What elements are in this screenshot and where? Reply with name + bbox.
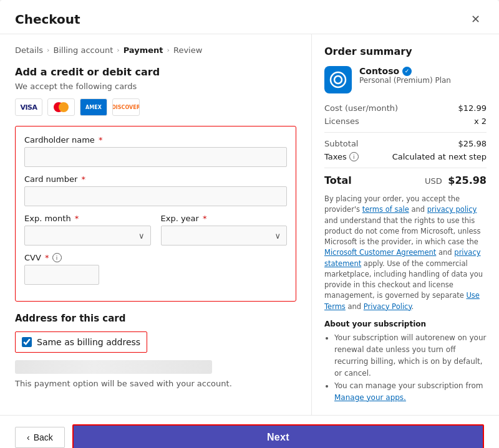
total-amount: USD $25.98 (425, 174, 487, 186)
save-note: This payment option will be saved with y… (15, 379, 296, 396)
total-label: Total (324, 174, 352, 186)
breadcrumb-billing[interactable]: Billing account (53, 45, 113, 55)
licenses-label: Licenses (324, 117, 359, 126)
exp-month-label: Exp. month * (24, 214, 151, 223)
address-blur-preview (15, 360, 212, 374)
total-value: $25.98 (448, 174, 487, 186)
card-number-field: Card number * (24, 174, 287, 206)
subscription-bullet-2: You can manage your subscription from Ma… (334, 380, 487, 404)
back-button[interactable]: ‹ Back (15, 427, 65, 448)
taxes-value: Calculated at next step (392, 152, 487, 161)
taxes-row: Taxes i Calculated at next step (324, 152, 487, 161)
card-icons-row: VISA AMEX DISCOVER (15, 98, 296, 116)
cost-value: $12.99 (458, 103, 487, 113)
subscription-list: Your subscription will autorenew on your… (324, 332, 487, 404)
licenses-value: x 2 (474, 117, 487, 126)
dialog-body: Details › Billing account › Payment › Re… (0, 34, 499, 415)
taxes-info-icon[interactable]: i (349, 152, 359, 161)
product-plan: Personal (Premium) Plan (359, 76, 487, 85)
exp-year-wrap: ∨ (161, 226, 288, 245)
svg-point-1 (334, 76, 342, 83)
cardholder-required: * (99, 135, 103, 145)
product-info: Contoso ✓ Personal (Premium) Plan (359, 66, 487, 85)
divider-1 (324, 132, 487, 133)
same-as-billing-label: Same as billing address (37, 337, 140, 347)
cardholder-field: Cardholder name * (24, 135, 287, 167)
breadcrumb: Details › Billing account › Payment › Re… (15, 45, 296, 55)
divider-2 (324, 168, 487, 168)
mca-link[interactable]: Microsoft Customer Agreement (324, 248, 436, 257)
card-number-required: * (81, 174, 85, 184)
cvv-label: CVV * (24, 253, 49, 262)
licenses-row: Licenses x 2 (324, 117, 487, 126)
product-logo (324, 66, 352, 93)
legal-text: By placing your order, you accept the pr… (324, 194, 487, 312)
breadcrumb-payment[interactable]: Payment (124, 45, 163, 55)
close-button[interactable]: ✕ (467, 11, 484, 27)
cardholder-label: Cardholder name * (24, 135, 287, 145)
breadcrumb-sep-2: › (117, 46, 119, 54)
exp-month-required: * (75, 214, 79, 223)
checkout-dialog: Checkout ✕ Details › Billing account › P… (0, 0, 499, 448)
product-name: Contoso ✓ (359, 66, 487, 76)
same-as-billing-checkbox[interactable] (22, 337, 32, 347)
terms-of-sale-link[interactable]: terms of sale (362, 205, 409, 214)
privacy-policy-link[interactable]: privacy policy (427, 205, 477, 214)
taxes-label: Taxes (324, 152, 347, 161)
left-panel: Details › Billing account › Payment › Re… (0, 34, 312, 415)
exp-row: Exp. month * ∨ Exp. year (24, 214, 287, 253)
cardholder-input[interactable] (24, 147, 287, 167)
dialog-title: Checkout (15, 12, 80, 27)
product-row: Contoso ✓ Personal (Premium) Plan (324, 66, 487, 93)
visa-icon: VISA (15, 98, 42, 116)
exp-year-required: * (203, 214, 207, 223)
privacy-policy-link-2[interactable]: Privacy Policy (364, 302, 412, 311)
exp-year-select[interactable] (161, 226, 288, 245)
cost-row: Cost (user/month) $12.99 (324, 103, 487, 113)
cvv-input[interactable] (24, 265, 99, 285)
cost-label: Cost (user/month) (324, 103, 398, 113)
breadcrumb-sep-3: › (167, 46, 170, 54)
back-label: Back (34, 432, 53, 442)
next-button[interactable]: Next (72, 424, 484, 448)
breadcrumb-sep-1: › (47, 46, 49, 54)
subtotal-row: Subtotal $25.98 (324, 139, 487, 148)
exp-month-select[interactable] (24, 226, 151, 245)
product-logo-svg (329, 70, 347, 89)
card-number-input[interactable] (24, 186, 287, 206)
mastercard-icon (47, 98, 75, 116)
right-panel: Order summary Contoso ✓ Personal (Premiu… (312, 34, 499, 415)
card-number-label: Card number * (24, 174, 287, 184)
svg-point-0 (331, 72, 346, 87)
dialog-header: Checkout ✕ (0, 0, 499, 34)
exp-month-field: Exp. month * ∨ (24, 214, 151, 245)
cvv-label-row: CVV * i (24, 253, 287, 262)
verified-badge-icon: ✓ (402, 67, 412, 76)
add-card-title: Add a credit or debit card (15, 66, 296, 78)
breadcrumb-review[interactable]: Review (173, 45, 202, 55)
order-summary-title: Order summary (324, 45, 487, 57)
dialog-footer: ‹ Back Next (0, 415, 499, 448)
discover-icon: DISCOVER (112, 98, 140, 116)
breadcrumb-details[interactable]: Details (15, 45, 43, 55)
subscription-title: About your subscription (324, 320, 487, 328)
address-section-title: Address for this card (15, 313, 296, 324)
subtotal-value: $25.98 (458, 139, 487, 148)
cvv-field: CVV * i (24, 253, 287, 285)
manage-apps-link[interactable]: Manage your apps. (334, 393, 406, 402)
total-currency: USD (425, 176, 442, 186)
amex-icon: AMEX (80, 98, 107, 116)
accepted-cards-subtitle: We accept the following cards (15, 82, 296, 91)
exp-year-label: Exp. year * (161, 214, 288, 223)
subscription-bullet-1: Your subscription will autorenew on your… (334, 332, 487, 380)
total-row: Total USD $25.98 (324, 174, 487, 186)
card-form-box: Cardholder name * Card number * (15, 126, 296, 302)
cvv-required: * (45, 253, 49, 262)
exp-year-field: Exp. year * ∨ (161, 214, 288, 245)
exp-month-wrap: ∨ (24, 226, 151, 245)
cvv-info-icon[interactable]: i (52, 253, 62, 262)
taxes-label-wrap: Taxes i (324, 152, 359, 161)
back-arrow-icon: ‹ (27, 432, 30, 442)
subtotal-label: Subtotal (324, 139, 358, 148)
same-as-billing-row: Same as billing address (15, 331, 147, 353)
